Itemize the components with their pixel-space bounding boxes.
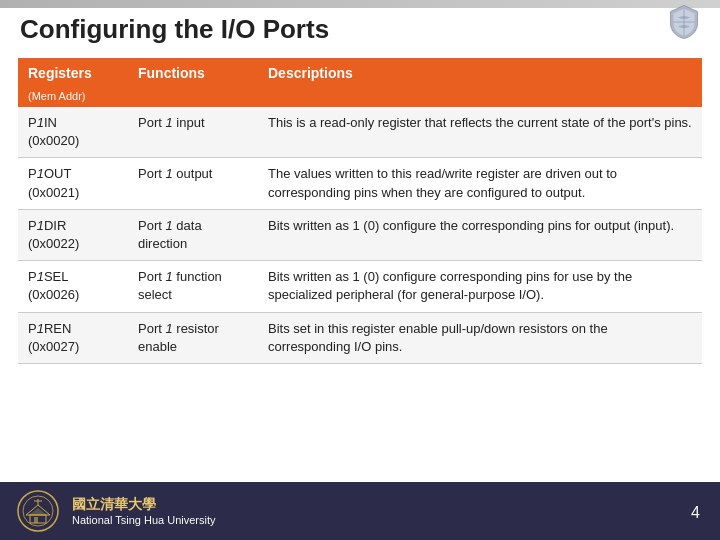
description-p1dir: Bits written as 1 (0) configure the corr… — [258, 209, 702, 260]
footer-bar: 國立清華大學 National Tsing Hua University 4 — [0, 482, 720, 540]
university-english: National Tsing Hua University — [72, 514, 215, 526]
top-decorative-bar — [0, 0, 720, 8]
table-row: P1DIR(0x0022) Port 1 data direction Bits… — [18, 209, 702, 260]
page-number: 4 — [691, 504, 700, 522]
description-p1in: This is a read-only register that reflec… — [258, 107, 702, 158]
register-p1in: P1IN(0x0020) — [18, 107, 128, 158]
function-p1sel: Port 1 function select — [128, 261, 258, 312]
register-p1sel: P1SEL(0x0026) — [18, 261, 128, 312]
function-p1ren: Port 1 resistor enable — [128, 312, 258, 363]
table-row: P1OUT(0x0021) Port 1 output The values w… — [18, 158, 702, 209]
top-right-logo — [666, 4, 702, 44]
col-header-descriptions: Descriptions — [258, 58, 702, 88]
table-row: P1SEL(0x0026) Port 1 function select Bit… — [18, 261, 702, 312]
register-p1out: P1OUT(0x0021) — [18, 158, 128, 209]
function-p1dir: Port 1 data direction — [128, 209, 258, 260]
svg-rect-5 — [34, 517, 38, 523]
register-p1dir: P1DIR(0x0022) — [18, 209, 128, 260]
university-name: 國立清華大學 National Tsing Hua University — [72, 496, 215, 526]
function-p1out: Port 1 output — [128, 158, 258, 209]
col-header-functions: Functions — [128, 58, 258, 88]
slide: Configuring the I/O Ports Registers Func… — [0, 0, 720, 540]
table-header-row: Registers Functions Descriptions — [18, 58, 702, 88]
io-ports-table: Registers Functions Descriptions (Mem Ad… — [18, 58, 702, 364]
col-header-registers: Registers — [18, 58, 128, 88]
table-row: P1IN(0x0020) Port 1 input This is a read… — [18, 107, 702, 158]
university-chinese: 國立清華大學 — [72, 496, 215, 514]
description-p1out: The values written to this read/write re… — [258, 158, 702, 209]
register-p1ren: P1REN(0x0027) — [18, 312, 128, 363]
table-subheader-row: (Mem Addr) — [18, 88, 702, 107]
function-p1in: Port 1 input — [128, 107, 258, 158]
page-title: Configuring the I/O Ports — [20, 14, 329, 45]
description-p1sel: Bits written as 1 (0) configure correspo… — [258, 261, 702, 312]
description-p1ren: Bits set in this register enable pull-up… — [258, 312, 702, 363]
subheader-mem-addr: (Mem Addr) — [18, 88, 128, 107]
university-logo — [16, 489, 60, 533]
table-row: P1REN(0x0027) Port 1 resistor enable Bit… — [18, 312, 702, 363]
table-container: Registers Functions Descriptions (Mem Ad… — [18, 58, 702, 468]
